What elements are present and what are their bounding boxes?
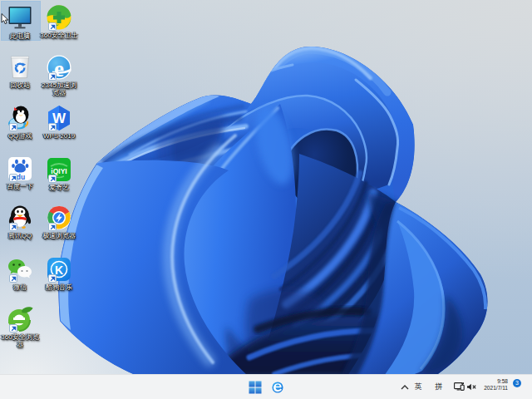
svg-text:du: du (17, 173, 25, 181)
